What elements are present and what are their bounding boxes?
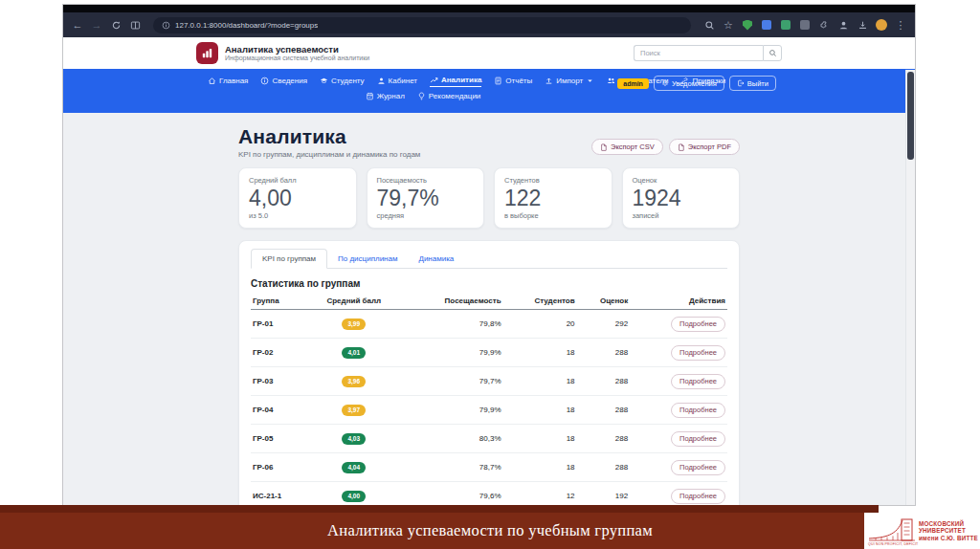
students-cell: 18 (503, 339, 577, 367)
nav-item-student[interactable]: Студенту (320, 76, 365, 87)
university-name: МОСКОВСКИЙ УНИВЕРСИТЕТ имени С.Ю. ВИТТЕ (919, 520, 978, 542)
toolbar-nav-icons: ←→ (71, 18, 142, 32)
column-header: Посещаемость (402, 293, 502, 310)
details-button[interactable]: Подробнее (671, 374, 725, 389)
nav-item-home[interactable]: Главная (208, 76, 248, 87)
details-button[interactable]: Подробнее (671, 345, 725, 361)
blue-extension-icon[interactable] (760, 18, 773, 32)
nav-item-journal[interactable]: Журнал (366, 92, 405, 102)
university-name-line3: имени С.Ю. ВИТТЕ (919, 535, 978, 542)
bulb-icon (417, 92, 426, 100)
nav-item-recommendations[interactable]: Рекомендации (417, 92, 480, 102)
university-name-line2: УНИВЕРСИТЕТ (919, 527, 978, 535)
nav-item-import[interactable]: Импорт (545, 76, 594, 87)
kpi-card-students: Студентов122в выборке (494, 167, 612, 229)
grades-cell: 288 (577, 453, 631, 482)
score-badge: 4,00 (342, 491, 366, 502)
nav-item-label: Кабинет (389, 77, 417, 85)
nav-item-reports[interactable]: Отчёты (494, 76, 532, 87)
search-icon[interactable] (702, 18, 716, 32)
page-viewport: Аналитика успеваемости Информационная си… (63, 37, 915, 505)
app-title: Аналитика успеваемости (225, 44, 369, 55)
students-cell: 20 (503, 310, 577, 339)
bridge-drawing-icon: QUI NON PROFICIT, DEFICIT (868, 515, 916, 547)
avatar-icon[interactable] (875, 18, 888, 32)
url-text: 127.0.0.1:8000/dashboard/?mode=groups (175, 21, 318, 30)
group-cell: ГР-03 (251, 367, 305, 396)
nav-item-label: Отчёты (505, 77, 532, 85)
toolbar-action-icons: ☆⋮ (702, 18, 907, 32)
kpi-cards: Средний балл4,00из 5.0Посещаемость79,7%с… (238, 167, 740, 229)
kpi-card-value: 79,7% (377, 186, 475, 210)
search-input[interactable] (634, 45, 763, 61)
nav-item-label: Аналитика (441, 76, 481, 84)
group-cell: ГР-05 (251, 425, 305, 453)
actions-cell: Подробнее (630, 310, 727, 339)
chevron-down-icon (586, 77, 594, 85)
tab-dynamics[interactable]: Динамика (408, 249, 464, 268)
downloads-icon[interactable] (856, 18, 869, 32)
details-button[interactable]: Подробнее (671, 460, 725, 475)
notifications-button[interactable]: Уведомления (654, 76, 724, 91)
menu-kebab-icon[interactable]: ⋮ (894, 18, 907, 32)
table-body: ГР-013,9979,8%20292ПодробнееГР-024,0179,… (251, 310, 727, 505)
score-cell: 4,04 (305, 453, 402, 482)
kpi-card-grades: Оценок1924записей (622, 167, 741, 229)
profile-spy-icon[interactable] (836, 18, 850, 32)
file-icon (678, 143, 685, 151)
details-button[interactable]: Подробнее (671, 403, 725, 418)
back-icon[interactable]: ← (71, 18, 84, 32)
export-pdf-button[interactable]: Экспорт PDF (669, 139, 740, 155)
site-info-icon[interactable] (162, 21, 170, 30)
scrollbar-thumb[interactable] (907, 72, 914, 160)
nav-item-cabinet[interactable]: Кабинет (377, 76, 417, 87)
kpi-card-value: 1924 (633, 186, 730, 210)
column-header: Средний балл (305, 293, 402, 310)
extensions-puzzle-icon[interactable] (817, 18, 831, 32)
grades-cell: 288 (577, 425, 631, 453)
nav-item-analytics[interactable]: Аналитика (430, 76, 481, 87)
search-icon (768, 49, 777, 57)
address-bar[interactable]: 127.0.0.1:8000/dashboard/?mode=groups (153, 17, 691, 33)
nav-right-controls: admin Уведомления Выйти (617, 76, 776, 91)
tabs: KPI по группамПо дисциплинамДинамика (251, 249, 727, 269)
details-button[interactable]: Подробнее (671, 431, 725, 447)
shield-extension-icon[interactable] (741, 18, 754, 32)
nav-item-label: Сведения (272, 77, 307, 85)
dark-extension-icon[interactable] (798, 18, 812, 32)
actions-cell: Подробнее (630, 367, 727, 396)
university-logo: QUI NON PROFICIT, DEFICIT МОСКОВСКИЙ УНИ… (864, 513, 980, 549)
logout-button[interactable]: Выйти (729, 76, 776, 91)
reload-icon[interactable] (109, 18, 122, 32)
nav-item-info[interactable]: Сведения (260, 76, 307, 87)
tab-by-discipline[interactable]: По дисциплинам (327, 249, 408, 268)
bookmark-star-icon[interactable]: ☆ (722, 18, 735, 32)
app-header: Аналитика успеваемости Информационная си… (63, 37, 915, 69)
forward-icon[interactable]: → (90, 18, 103, 32)
kpi-card-note: средняя (377, 211, 475, 220)
grades-cell: 288 (577, 339, 631, 367)
brand[interactable]: Аналитика успеваемости Информационная си… (196, 42, 369, 64)
logout-icon (737, 79, 745, 87)
browser-scrollbar (905, 70, 915, 505)
nav-item-label: Рекомендации (429, 92, 480, 100)
search-button[interactable] (763, 45, 782, 61)
group-cell: ГР-04 (251, 396, 305, 425)
score-cell: 3,99 (305, 310, 402, 339)
groups-panel: KPI по группамПо дисциплинамДинамика Ста… (238, 240, 740, 505)
header-search (634, 45, 782, 61)
details-button[interactable]: Подробнее (671, 317, 725, 332)
split-view-icon[interactable] (128, 18, 142, 32)
green-extension-icon[interactable] (779, 18, 792, 32)
grades-cell: 192 (577, 482, 631, 505)
tab-kpi-groups[interactable]: KPI по группам (251, 249, 327, 269)
file-icon (600, 143, 608, 151)
kpi-card-attendance: Посещаемость79,7%средняя (367, 167, 485, 229)
table-title: Статистика по группам (251, 278, 727, 289)
export-csv-button[interactable]: Экспорт CSV (591, 139, 663, 155)
attendance-cell: 79,9% (402, 396, 502, 425)
nav-item-label: Импорт (556, 77, 583, 85)
details-button[interactable]: Подробнее (671, 489, 725, 504)
university-name-line1: МОСКОВСКИЙ (919, 520, 978, 528)
score-cell: 3,97 (305, 396, 402, 425)
